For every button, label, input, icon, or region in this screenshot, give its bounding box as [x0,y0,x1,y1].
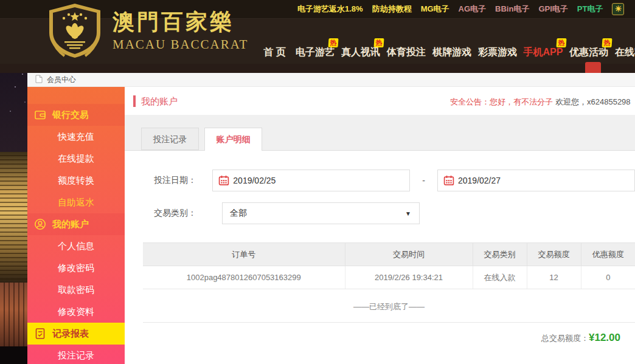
sidebar-item-online-withdrawal[interactable]: 在线提款 [27,148,125,170]
table-header-row: 订单号 交易时间 交易类别 交易额度 优惠额度 [143,243,635,266]
date-label: 投注日期： [154,175,212,186]
sidebar-item-change-password[interactable]: 修改密码 [27,257,125,279]
sidebar-section-label: 我的账户 [52,219,89,230]
topbar-link-antihijack[interactable]: 防劫持教程 [372,4,412,15]
date-from-input[interactable]: 2019/02/25 [212,170,410,191]
topbar-link-bbin[interactable]: BBin电子 [495,4,529,15]
nav-label-cn: 手机APP [524,46,563,59]
member-sidebar: 银行交易 快速充值 在线提款 额度转换 自助返水 我的账户 个人信息 修改密码 … [27,87,125,364]
sidebar-item-label: 自助返水 [58,197,94,208]
document-icon [35,75,43,85]
sidebar-section-records-report[interactable]: 记录报表 [27,323,125,345]
promo-badge [585,62,601,74]
topbar-link-mg[interactable]: MG电子 [421,4,449,15]
sidebar-item-label: 取款密码 [58,284,94,296]
nav-label-cn: 彩票游戏 [478,46,517,59]
sidebar-item-withdrawal-password[interactable]: 取款密码 [27,279,125,301]
sidebar-section-label: 记录报表 [52,328,89,340]
report-icon [33,327,47,340]
end-of-list-note: ——已经到底了—— [143,301,635,312]
sidebar-item-label: 个人信息 [58,241,94,252]
building-photo [0,152,27,283]
title-accent-bar [133,95,136,107]
user-icon [33,218,47,231]
logo-text: 澳門百家樂 MACAU BACCARAT [113,2,248,52]
header-shadow-band [0,64,635,73]
wallet-icon [33,108,47,122]
date-to-value: 2019/02/27 [458,176,501,185]
sidebar-section-bank-transactions[interactable]: 银行交易 [27,104,125,126]
nav-label-cn: 电子游艺 [296,46,335,59]
sidebar-item-label: 修改密码 [58,263,94,274]
date-from-value: 2019/02/25 [233,176,276,185]
breadcrumb: 会员中心 [27,73,635,87]
hot-badge: 热 [602,38,612,47]
cell-transaction-time: 2019/2/26 19:34:21 [345,266,473,289]
cell-order-number: 1002pag4878012607053163299 [143,266,345,289]
sidebar-item-label: 快速充值 [58,131,94,143]
nav-label-cn: 首 页 [263,46,285,59]
table-row: 1002pag4878012607053163299 2019/2/26 19:… [143,266,635,289]
nav-label-cn: 优惠活动 [569,46,608,59]
transactions-table: 订单号 交易时间 交易类别 交易额度 优惠额度 1002pag487801260… [143,242,635,289]
sidebar-item-label: 额度转换 [58,175,94,187]
transaction-type-select[interactable]: 全部 ▼ [222,202,420,224]
sidebar-item-personal-info[interactable]: 个人信息 [27,235,125,257]
chevron-down-icon: ▼ [405,210,411,217]
sidebar-item-betting-records[interactable]: 投注记录 [27,345,125,364]
type-label: 交易类别： [154,208,222,219]
hot-badge: 热 [556,38,566,47]
page-title: 我的账户 [141,96,178,108]
sidebar-item-self-rebate[interactable]: 自助返水 [27,191,125,213]
nav-label-cn: 真人视讯 [341,46,380,59]
tab-betting-records[interactable]: 投注记录 [141,128,199,150]
sidebar-item-label: 在线提款 [58,153,94,165]
sidebar-section-label: 银行交易 [52,109,89,121]
topbar-link-pt[interactable]: PT电子 [577,4,603,15]
cell-transaction-amount: 12 [527,266,581,289]
hot-badge: 热 [373,38,384,47]
date-range-row: 投注日期： 2019/02/25 - [154,170,635,191]
sidebar-item-balance-transfer[interactable]: 额度转换 [27,170,125,191]
background-photo [0,61,27,364]
selected-option: 全部 [230,208,247,219]
site-logo[interactable]: 澳門百家樂 MACAU BACCARAT [46,2,248,62]
welcome-text: 欢迎您，x624855298（ [555,97,635,108]
total-row: 总交易额度：¥12.00 [125,332,635,344]
nav-label-cn: 体育投注 [387,46,426,59]
calendar-icon [443,175,454,186]
sidebar-item-quick-deposit[interactable]: 快速充值 [27,126,125,148]
main-content: 我的账户 安全公告：您好，有不法分子 欢迎您，x624855298（ 投注记录 … [125,87,635,364]
col-bonus-amount: 优惠额度 [581,243,635,266]
topbar-link-ag[interactable]: AG电子 [459,4,487,15]
transaction-type-row: 交易类别： 全部 ▼ [154,202,635,224]
cell-bonus-amount: 0 [581,266,635,289]
date-separator: - [422,176,425,185]
breadcrumb-label: 会员中心 [47,75,76,85]
building-photo [0,283,27,349]
logo-title-cn: 澳門百家樂 [113,11,248,33]
sidebar-item-label: 投注记录 [58,350,94,362]
date-to-input[interactable]: 2019/02/27 [437,170,635,191]
sun-icon[interactable]: ☀ [612,3,624,15]
sidebar-item-edit-profile[interactable]: 修改资料 [27,301,125,323]
tab-account-details[interactable]: 账户明细 [204,128,262,151]
tab-zone: 投注记录 账户明细 [125,115,635,150]
topbar-link-gpi[interactable]: GPI电子 [538,4,567,15]
sidebar-item-label: 修改资料 [58,306,94,318]
account-details-panel: 投注日期： 2019/02/25 - [125,150,635,364]
col-transaction-type: 交易类别 [473,243,527,266]
col-order-number: 订单号 [143,243,345,266]
hot-badge: 热 [328,38,338,47]
sidebar-section-my-account[interactable]: 我的账户 [27,213,125,235]
col-transaction-amount: 交易额度 [527,243,581,266]
total-label: 总交易额度： [541,334,589,343]
topbar-link-rebate[interactable]: 电子游艺返水1.8% [297,4,363,15]
ground-decor [0,346,27,364]
logo-title-en: MACAU BACCARAT [113,37,248,52]
calendar-icon [218,175,229,186]
col-transaction-time: 交易时间 [345,243,473,266]
title-band: 我的账户 安全公告：您好，有不法分子 欢迎您，x624855298（ [125,87,635,115]
cell-transaction-type: 在线入款 [473,266,527,289]
security-notice: 安全公告：您好，有不法分子 [450,97,553,108]
